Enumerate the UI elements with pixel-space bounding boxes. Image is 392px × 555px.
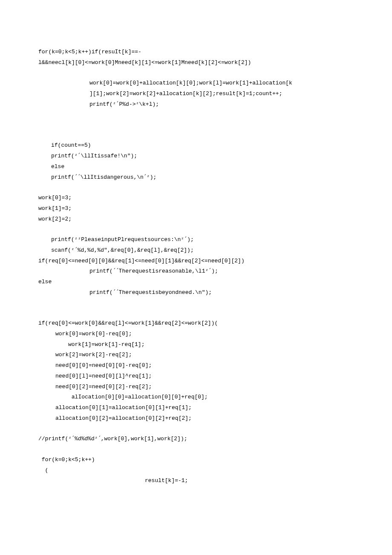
blank-line [26, 68, 366, 78]
code-block: for(k=0;k<5;k++)if(resuIt[k]==-l&&neecl[… [26, 47, 366, 486]
code-line: else [26, 277, 366, 288]
blank-line [26, 445, 366, 455]
blank-line [26, 424, 366, 434]
code-line: work[0]=work[0]+allocation[k][0];work[l]… [26, 78, 366, 89]
code-line: scanf(ᶻˊ%d,%d,%d",&req[0],&req[l],&req[2… [26, 245, 366, 256]
blank-line [26, 183, 366, 193]
blank-line [26, 130, 366, 140]
blank-line [26, 298, 366, 308]
code-line: work[2]=2; [26, 214, 366, 225]
code-line: //printf(ᶻˊ%d%d%dᶻˊ,work[0],work[1],work… [26, 434, 366, 445]
code-line: printf(ˊˊ\llItisdangerous,\nˊᶻ); [26, 172, 366, 183]
code-line: work[0]=3; [26, 193, 366, 203]
code-line: l&&neecl[k][0]<=work[0]Mneed[k][1]<=work… [26, 58, 366, 68]
code-line: printf(ᶻˊ\llItissafe!\n″); [26, 151, 366, 162]
code-line: else [26, 162, 366, 172]
blank-line [26, 308, 366, 318]
code-line: printf(ˊˊTherequestisreasonable,\l1ᶻˊ); [26, 266, 366, 277]
code-document: for(k=0;k<5;k++)if(resuIt[k]==-l&&neecl[… [0, 0, 392, 512]
blank-line [26, 110, 366, 120]
code-line: need[0][2]=need[0][2]-req[2]; [26, 382, 366, 392]
code-line: for(k=0;k<5;k++)if(resuIt[k]==- [26, 47, 366, 58]
code-line: if(req[0]<=need[0][0]&&req[1]<=need[0][1… [26, 256, 366, 267]
code-line: work[1]=work[1]-req[1]; [26, 340, 366, 350]
code-line: ( [26, 465, 366, 476]
blank-line [26, 120, 366, 130]
code-line: allocation[0][2]=allocation[0][2]+req[2]… [26, 413, 366, 424]
code-line: ][1];work[2]=work[2]+allocation[k][2];re… [26, 89, 366, 99]
code-line: need[0][l]=need[0][l]^req[1]; [26, 371, 366, 382]
code-line: work[2]=work[2]-req[2]; [26, 350, 366, 360]
code-line: need[0][0]=need[0][0]-req[0]; [26, 360, 366, 371]
code-line: work[1]=3; [26, 203, 366, 214]
code-line: for(k=0;k<5;k++) [26, 455, 366, 465]
code-line: if(req[0]<=work[0]&&req[l]<=work[1]&&req… [26, 318, 366, 329]
code-line: if(count==5) [26, 140, 366, 151]
code-line: printf(ˊˊTherequestisbeyondneed.\n″); [26, 288, 366, 298]
code-line: printf(ᶻˊP%d->ᶻ\k+l); [26, 99, 366, 110]
code-line: work[0]=work[0]-req[0]; [26, 329, 366, 340]
blank-line [26, 224, 366, 235]
code-line: alIocation[0][0]=allocation[0][0]+req[0]… [26, 392, 366, 403]
code-line: printf(ᶻᶻPleaseinputPlrequestsources:\nᶻ… [26, 235, 366, 245]
code-line: allocation[0][1]=allocation[0][1]+req[1]… [26, 403, 366, 413]
code-line: result[k]=-1; [26, 476, 366, 486]
